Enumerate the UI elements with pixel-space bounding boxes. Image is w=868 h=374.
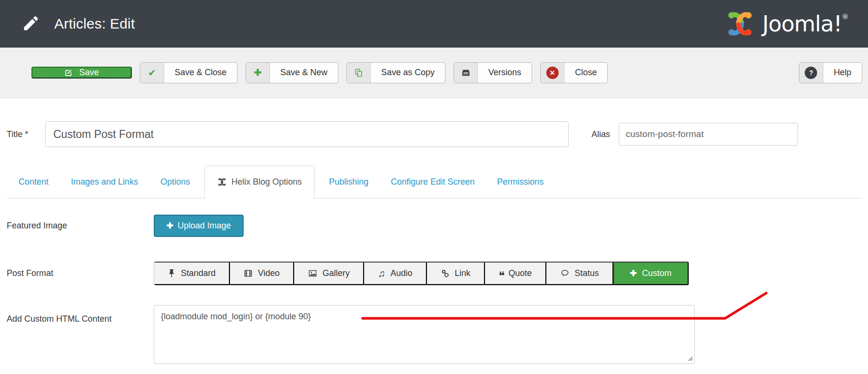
post-format-label: Post Format xyxy=(7,268,154,278)
alias-input[interactable] xyxy=(619,123,798,146)
close-label: Close xyxy=(564,63,607,83)
versions-label: Versions xyxy=(478,63,532,83)
tab-options[interactable]: Options xyxy=(152,166,198,198)
copy-icon xyxy=(347,63,371,83)
post-format-custom-label: Custom xyxy=(642,268,671,278)
upload-image-label: Upload Image xyxy=(178,221,231,231)
title-input[interactable] xyxy=(45,121,569,147)
versions-button[interactable]: Versions xyxy=(454,62,532,83)
music-note-icon: ♫ xyxy=(378,268,385,278)
pencil-icon xyxy=(22,15,39,32)
save-button[interactable]: Save xyxy=(31,67,132,79)
joomla-logo: Joomla!® xyxy=(724,8,848,39)
speech-bubble-icon xyxy=(560,269,570,278)
check-icon: ✔ xyxy=(140,63,164,83)
post-format-custom[interactable]: ✚ Custom xyxy=(613,262,689,285)
tab-content[interactable]: Content xyxy=(10,166,57,198)
film-icon xyxy=(244,269,253,278)
featured-image-label: Featured Image xyxy=(7,221,154,231)
post-format-video[interactable]: Video xyxy=(230,262,294,285)
plus-icon: ✚ xyxy=(167,221,173,231)
pushpin-icon xyxy=(168,269,176,278)
featured-image-row: Featured Image ✚ Upload Image xyxy=(7,215,861,237)
post-format-gallery[interactable]: Gallery xyxy=(294,262,364,285)
post-format-quote[interactable]: ❝ Quote xyxy=(485,262,546,285)
tab-images-and-links[interactable]: Images and Links xyxy=(63,166,146,198)
save-and-new-label: Save & New xyxy=(270,63,338,83)
plus-icon: ✚ xyxy=(246,63,270,83)
post-format-link[interactable]: Link xyxy=(427,262,485,285)
post-format-group: Standard Video Gallery ♫ Audio Link xyxy=(154,261,689,285)
question-circle-icon: ? xyxy=(799,63,823,83)
joomla-knot-icon xyxy=(217,177,227,187)
custom-html-row: Add Custom HTML Content {loadmodule mod_… xyxy=(7,305,861,364)
archive-icon xyxy=(454,63,478,83)
post-format-standard[interactable]: Standard xyxy=(154,262,230,285)
save-as-copy-button[interactable]: Save as Copy xyxy=(346,62,445,83)
joomla-logo-icon xyxy=(724,8,756,39)
upload-image-button[interactable]: ✚ Upload Image xyxy=(154,215,244,237)
save-as-copy-label: Save as Copy xyxy=(371,63,445,83)
textarea-resize-handle[interactable] xyxy=(687,355,693,361)
custom-html-label: Add Custom HTML Content xyxy=(7,305,154,324)
post-format-audio[interactable]: ♫ Audio xyxy=(364,262,427,285)
image-icon xyxy=(308,269,317,278)
title-row: Title * Alias xyxy=(7,121,861,147)
post-format-status[interactable]: Status xyxy=(546,262,613,285)
custom-html-textarea-wrap: {loadmodule mod_login} or {module 90} xyxy=(154,305,695,364)
post-format-audio-label: Audio xyxy=(391,268,413,278)
app-header: Articles: Edit Joomla!® xyxy=(0,0,868,48)
page-title: Articles: Edit xyxy=(54,16,135,32)
tab-permissions[interactable]: Permissions xyxy=(489,166,552,198)
edit-square-icon xyxy=(64,68,73,77)
plus-icon: ✚ xyxy=(630,268,637,278)
toolbar: Save ✔ Save & Close ✚ Save & New Save as… xyxy=(0,48,868,98)
post-format-status-label: Status xyxy=(575,268,599,278)
close-circle-icon: ✕ xyxy=(541,63,564,83)
post-format-link-label: Link xyxy=(455,268,471,278)
post-format-video-label: Video xyxy=(258,268,280,278)
post-format-standard-label: Standard xyxy=(181,268,216,278)
custom-html-textarea[interactable]: {loadmodule mod_login} or {module 90} xyxy=(154,305,695,364)
post-format-quote-label: Quote xyxy=(509,268,532,278)
tab-helix-blog-options-label: Helix Blog Options xyxy=(231,177,302,187)
helix-blog-options-panel: Featured Image ✚ Upload Image Post Forma… xyxy=(7,198,861,364)
save-button-label: Save xyxy=(79,68,99,78)
help-label: Help xyxy=(823,63,862,83)
post-format-row: Post Format Standard Video Gallery ♫ Aud… xyxy=(7,261,861,285)
tab-publishing[interactable]: Publishing xyxy=(321,166,376,198)
article-edit-form: Title * Alias Content Images and Links O… xyxy=(0,121,868,364)
close-button[interactable]: ✕ Close xyxy=(540,62,608,83)
tab-configure-edit-screen[interactable]: Configure Edit Screen xyxy=(383,166,483,198)
save-and-close-label: Save & Close xyxy=(164,63,237,83)
save-and-close-button[interactable]: ✔ Save & Close xyxy=(140,62,237,83)
title-label: Title * xyxy=(7,129,45,139)
save-and-new-button[interactable]: ✚ Save & New xyxy=(246,62,338,83)
alias-label: Alias xyxy=(592,129,610,139)
help-button[interactable]: ? Help xyxy=(799,62,862,83)
tab-bar: Content Images and Links Options Helix B… xyxy=(7,166,861,198)
tab-helix-blog-options[interactable]: Helix Blog Options xyxy=(204,166,315,198)
registered-mark: ® xyxy=(842,13,848,20)
link-icon xyxy=(441,269,450,278)
joomla-logo-text: Joomla!® xyxy=(762,11,848,37)
post-format-gallery-label: Gallery xyxy=(323,268,350,278)
